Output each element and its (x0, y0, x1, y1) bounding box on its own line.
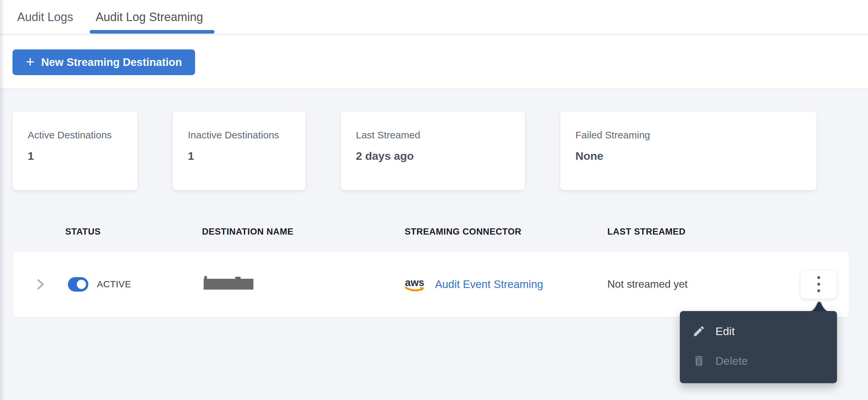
stat-card-active-destinations: Active Destinations 1 (12, 112, 137, 190)
stat-label: Failed Streaming (576, 129, 803, 141)
tab-audit-logs[interactable]: Audit Logs (17, 0, 74, 34)
menu-item-edit[interactable]: Edit (680, 316, 837, 346)
trash-icon (692, 354, 706, 367)
table-row: ACTIVE aws Audit Event Streaming Not str… (13, 251, 849, 317)
stat-value: 2 days ago (356, 150, 512, 162)
destination-name-cell (189, 279, 392, 289)
tab-audit-logs-label: Audit Logs (17, 10, 73, 24)
row-expand-toggle[interactable] (13, 278, 52, 291)
menu-item-edit-label: Edit (715, 325, 735, 338)
chevron-right-icon (36, 278, 45, 291)
stat-card-last-streamed: Last Streamed 2 days ago (341, 112, 525, 190)
stat-card-inactive-destinations: Inactive Destinations 1 (173, 112, 306, 190)
stat-value: 1 (28, 150, 124, 162)
svg-text:aws: aws (405, 277, 425, 288)
stat-value: 1 (188, 150, 292, 162)
toggle-knob (77, 280, 86, 289)
actions-cell (800, 270, 849, 299)
new-streaming-destination-label: New Streaming Destination (41, 56, 182, 68)
row-actions-context-menu: Edit Delete (680, 311, 837, 383)
status-toggle[interactable] (68, 277, 88, 291)
stat-label: Inactive Destinations (188, 129, 292, 141)
menu-item-delete[interactable]: Delete (680, 346, 837, 376)
menu-pointer-arrow (806, 298, 832, 312)
status-cell: ACTIVE (52, 277, 189, 291)
tab-audit-log-streaming-label: Audit Log Streaming (96, 10, 203, 24)
kebab-dot (817, 289, 820, 292)
column-header-destination-name: DESTINATION NAME (189, 227, 392, 237)
stat-card-failed-streaming: Failed Streaming None (560, 112, 816, 190)
connector-link[interactable]: Audit Event Streaming (435, 278, 543, 290)
aws-logo-icon: aws (405, 276, 427, 293)
table-header-row: STATUS DESTINATION NAME STREAMING CONNEC… (13, 227, 849, 237)
action-bar: + New Streaming Destination (0, 35, 868, 89)
column-header-status: STATUS (52, 227, 189, 237)
column-header-last-streamed: LAST STREAMED (581, 227, 787, 237)
stats-row: Active Destinations 1 Inactive Destinati… (12, 112, 816, 190)
stat-label: Last Streamed (356, 129, 512, 141)
status-badge: ACTIVE (97, 279, 131, 289)
tab-audit-log-streaming[interactable]: Audit Log Streaming (95, 0, 204, 34)
stat-value: None (576, 150, 803, 162)
redacted-destination-name (204, 279, 253, 289)
kebab-dot (817, 276, 820, 279)
new-streaming-destination-button[interactable]: + New Streaming Destination (12, 50, 195, 75)
row-actions-kebab-button[interactable] (800, 270, 837, 299)
tab-bar: Audit Logs Audit Log Streaming (0, 0, 868, 35)
streaming-connector-cell: aws Audit Event Streaming (392, 276, 581, 293)
plus-icon: + (26, 54, 35, 69)
column-header-streaming-connector: STREAMING CONNECTOR (392, 227, 581, 237)
last-streamed-cell: Not streamed yet (581, 278, 787, 290)
pencil-icon (692, 325, 706, 338)
stat-label: Active Destinations (28, 129, 124, 141)
menu-item-delete-label: Delete (715, 355, 748, 367)
active-tab-underline (90, 30, 215, 34)
kebab-dot (817, 283, 820, 286)
